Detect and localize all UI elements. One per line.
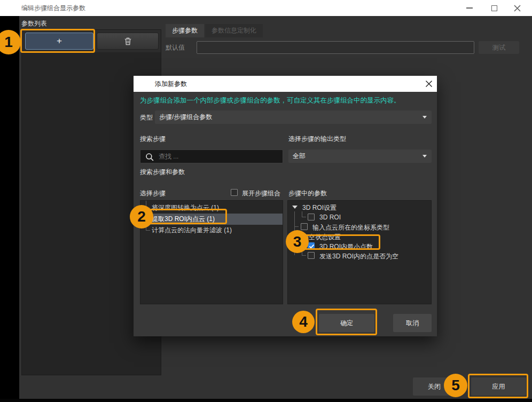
step-list-item-selected[interactable]: 提取3D ROI内点云 (1) <box>140 214 283 225</box>
apply-button[interactable]: 应用 <box>471 377 526 396</box>
add-parameter-button[interactable]: + <box>25 33 93 50</box>
cancel-button[interactable]: 取消 <box>393 314 432 332</box>
add-parameter-dialog: 添加新参数 为步骤组合添加一个内部步骤或步骤组合的参数，可自定义其在步骤组合中的… <box>134 76 437 336</box>
step-search-box <box>140 149 283 163</box>
param-label: 发送3D ROI内的点是否为空 <box>319 252 398 261</box>
annotation-circle-4: 4 <box>292 311 315 333</box>
window-title: 编辑步骤组合显示参数 <box>21 0 85 16</box>
param-checkbox-coordinate-type[interactable] <box>301 223 308 230</box>
close-icon <box>514 5 521 12</box>
tree-line <box>294 226 299 227</box>
annotation-number: 2 <box>137 208 146 225</box>
window-titlebar: 编辑步骤组合显示参数 <box>0 0 532 16</box>
param-label: 输入点云所在的坐标系类型 <box>312 223 389 232</box>
chevron-down-icon <box>423 116 427 119</box>
tree-line <box>146 230 150 231</box>
annotation-circle-3: 3 <box>286 230 309 253</box>
parameter-tree: 3D ROI设置 3D ROI 输入点云所在的坐标系类型 为空状态设置 3D R… <box>287 200 432 304</box>
tree-line <box>302 211 302 217</box>
search-step-param-label: 搜索步骤和参数 <box>140 168 185 177</box>
annotation-number: 5 <box>451 377 460 394</box>
type-dropdown[interactable]: 步骤/步骤组合参数 <box>155 111 432 124</box>
maximize-icon <box>491 5 497 11</box>
step-list: 将深度图转换为点云 (1) 提取3D ROI内点云 (1) 计算点云的法向量并滤… <box>140 200 283 304</box>
parameter-list-label: 参数列表 <box>21 19 47 28</box>
dialog-close-button[interactable] <box>421 76 437 92</box>
expand-step-group-checkbox[interactable] <box>231 189 238 196</box>
annotation-circle-5: 5 <box>444 374 467 397</box>
output-type-dropdown[interactable]: 全部 <box>288 149 432 163</box>
annotation-circle-2: 2 <box>130 205 153 228</box>
param-checkbox-min-points-checked[interactable] <box>308 242 315 249</box>
step-item-label: 提取3D ROI内点云 (1) <box>152 214 215 225</box>
select-step-label: 选择步骤 <box>140 189 166 198</box>
parameter-list-toolbar: + <box>22 30 161 52</box>
dialog-title: 添加新参数 <box>155 76 187 92</box>
minimize-icon <box>466 7 473 9</box>
output-type-dropdown-value: 全部 <box>293 152 306 160</box>
type-dropdown-value: 步骤/步骤组合参数 <box>159 113 212 121</box>
tab-bar: 步骤参数 参数信息定制化 <box>166 24 263 37</box>
dialog-description: 为步骤组合添加一个内部步骤或步骤组合的参数，可自定义其在步骤组合中的显示内容。 <box>140 96 401 105</box>
params-in-step-label: 步骤中的参数 <box>288 189 327 198</box>
step-item-label: 将深度图转换为点云 (1) <box>152 202 219 214</box>
tree-line <box>302 217 306 217</box>
expand-step-group-label: 展开步骤组合 <box>242 189 280 198</box>
step-list-item[interactable]: 将深度图转换为点云 (1) <box>140 202 283 214</box>
param-checkbox-send-empty[interactable] <box>308 252 315 259</box>
search-icon <box>145 153 154 162</box>
step-list-item[interactable]: 计算点云的法向量并滤波 (1) <box>140 225 283 236</box>
minimize-button[interactable] <box>460 0 479 16</box>
output-type-label: 选择步骤的输出类型 <box>288 135 346 144</box>
bottom-edge <box>0 399 532 402</box>
test-button[interactable]: 测试 <box>479 41 519 54</box>
default-value-label: 默认值 <box>166 41 185 54</box>
tree-expand-icon[interactable] <box>292 206 298 209</box>
type-label: 类型 <box>140 113 153 122</box>
search-step-label: 搜索步骤 <box>140 135 166 144</box>
annotation-number: 1 <box>4 34 13 51</box>
maximize-button[interactable] <box>485 0 503 16</box>
ok-button[interactable]: 确定 <box>319 314 374 332</box>
check-icon <box>309 244 315 249</box>
default-value-input[interactable] <box>197 41 474 54</box>
dialog-close-icon <box>425 80 433 88</box>
tree-line <box>302 255 306 256</box>
trash-icon <box>123 37 132 46</box>
left-toolbar-strip <box>0 16 19 402</box>
tab-parameter-info-customization[interactable]: 参数信息定制化 <box>205 24 263 37</box>
tab-step-parameters[interactable]: 步骤参数 <box>166 24 204 37</box>
param-checkbox-3d-roi[interactable] <box>308 214 315 220</box>
dialog-titlebar: 添加新参数 <box>134 76 437 92</box>
step-search-input[interactable] <box>158 151 278 162</box>
annotation-number: 4 <box>299 313 308 330</box>
step-item-label: 计算点云的法向量并滤波 (1) <box>152 225 232 236</box>
delete-parameter-button[interactable] <box>97 33 159 50</box>
close-button[interactable] <box>508 0 526 16</box>
annotation-number: 3 <box>293 233 302 250</box>
application-window: 编辑步骤组合显示参数 参数列表 + 步骤参数 参数信息定制化 默认值 测试 <box>0 0 532 402</box>
tree-group-label: 3D ROI设置 <box>302 203 337 212</box>
param-label: 3D ROI内最小点数 <box>319 242 373 251</box>
param-label: 3D ROI <box>319 214 341 221</box>
chevron-down-icon <box>423 155 427 157</box>
